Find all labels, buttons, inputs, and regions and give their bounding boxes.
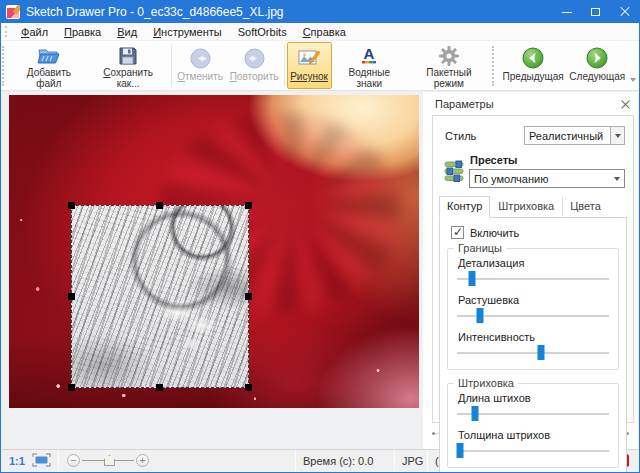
slider-thumb[interactable] [457,443,464,458]
menu-help[interactable]: Справка [295,25,354,39]
floppy-disk-icon [117,45,139,67]
minimize-icon [562,12,572,13]
selection-handle[interactable] [68,384,75,391]
minimize-button[interactable] [552,1,581,23]
zoom-control: − + [59,450,157,471]
menu-softorbits[interactable]: SoftOrbits [230,25,295,39]
previous-label: Предыдущая [503,71,564,82]
batch-mode-button[interactable]: Пакетный режим [407,42,491,89]
watermarks-label: Водяные знаки [335,67,404,89]
maximize-icon [591,8,600,16]
stroke-width-slider-label: Толщина штрихов [458,429,610,441]
slider-thumb[interactable] [469,271,476,286]
enable-label: Включить [470,227,519,239]
toolbar-separator [171,45,172,86]
toolbar-gripper [492,46,495,86]
menu-tools[interactable]: Инструменты [145,25,230,39]
content-area: Параметры Стиль Реалистичный [2,92,638,449]
open-folder-icon [36,45,62,67]
app-window: Sketch Drawer Pro - 0_ec33c_d4866ee5_XL.… [0,0,640,473]
toolbar-separator [284,45,285,86]
redo-button[interactable]: Повторить [227,42,282,89]
selection-handle[interactable] [68,293,75,300]
presets-label: Пресеты [470,154,625,166]
parameters-panel: Параметры Стиль Реалистичный [423,92,638,449]
maximize-button[interactable] [581,1,610,23]
picture-button[interactable]: Рисунок [287,42,332,89]
menu-gripper [5,26,8,37]
contour-tab-pane: Включить Границы Детализация Растушевка [439,217,627,473]
previous-arrow-icon [522,45,544,71]
slider-thumb[interactable] [472,406,479,421]
panel-tabs: Контур Штриховка Цвета [439,196,627,217]
tab-colors[interactable]: Цвета [562,196,609,217]
redo-label: Повторить [230,71,279,82]
style-label: Стиль [445,130,476,142]
selection-handle[interactable] [245,293,252,300]
next-button[interactable]: Следующая [567,42,629,89]
panel-close-button[interactable] [621,100,630,109]
style-combobox[interactable]: Реалистичный [524,126,625,145]
picture-label: Рисунок [290,71,328,82]
redo-icon [244,45,265,71]
style-dropdown-button[interactable] [610,126,625,145]
feather-slider[interactable] [457,307,609,324]
menu-file[interactable]: Файл [13,25,56,39]
presets-sliders-icon [441,154,469,188]
detail-slider-label: Детализация [458,257,610,269]
tab-hatching[interactable]: Штриховка [490,196,562,217]
enable-checkbox[interactable] [451,226,464,239]
watermarks-button[interactable]: A Водяные знаки [332,42,407,89]
next-arrow-icon [586,45,608,71]
chevron-down-icon [630,78,636,85]
hatching-group-title: Штриховка [454,377,518,389]
intensity-slider-label: Интенсивность [458,331,610,343]
add-file-button[interactable]: Добавить файл [10,42,88,89]
slider-thumb[interactable] [537,345,544,360]
title-bar: Sketch Drawer Pro - 0_ec33c_d4866ee5_XL.… [1,1,639,23]
sketch-selection[interactable] [71,205,249,388]
hatching-group: Штриховка Длина штихов Толщина штрихов [447,383,619,468]
menu-edit[interactable]: Правка [56,25,109,39]
stroke-length-slider[interactable] [457,405,609,422]
svg-text:A: A [364,45,375,62]
file-format: JPG [395,450,427,471]
save-as-label: Сохранить как... [91,67,166,89]
close-button[interactable] [610,1,639,23]
previous-button[interactable]: Предыдущая [500,42,567,89]
save-as-button[interactable]: Сохранить как... [88,42,169,89]
selection-handle[interactable] [156,202,163,209]
zoom-slider-track[interactable] [82,460,134,461]
panel-box: Стиль Реалистичный [432,115,634,423]
presets-combobox[interactable]: По умолчанию [469,169,625,188]
detail-slider[interactable] [457,270,609,287]
panel-title: Параметры [435,98,494,110]
stroke-width-slider[interactable] [457,442,609,459]
actual-size-button[interactable]: 1:1 [9,455,25,467]
batch-mode-label: Пакетный режим [410,67,488,89]
tab-contour[interactable]: Контур [439,196,490,218]
undo-button[interactable]: Отменить [174,42,227,89]
image-canvas[interactable] [9,95,419,408]
zoom-slider-thumb[interactable] [104,455,115,466]
selection-handle[interactable] [156,384,163,391]
fit-screen-button[interactable] [32,453,51,469]
selection-handle[interactable] [245,384,252,391]
undo-icon [190,45,211,71]
slider-thumb[interactable] [476,308,483,323]
window-title: Sketch Drawer Pro - 0_ec33c_d4866ee5_XL.… [26,5,552,19]
toolbar-overflow-button[interactable] [628,42,637,89]
menu-view[interactable]: Вид [109,25,145,39]
zoom-out-button[interactable]: − [67,454,80,467]
selection-handle[interactable] [68,202,75,209]
style-value: Реалистичный [524,126,610,145]
selection-handle[interactable] [245,202,252,209]
next-label: Следующая [569,71,625,82]
add-file-label: Добавить файл [13,67,85,89]
chevron-down-icon [615,134,621,141]
zoom-in-button[interactable]: + [136,454,149,467]
app-icon [6,5,20,19]
stroke-length-slider-label: Длина штихов [458,392,610,404]
borders-group: Границы Детализация Растушевка Интенсивн… [447,248,619,370]
intensity-slider[interactable] [457,344,609,361]
